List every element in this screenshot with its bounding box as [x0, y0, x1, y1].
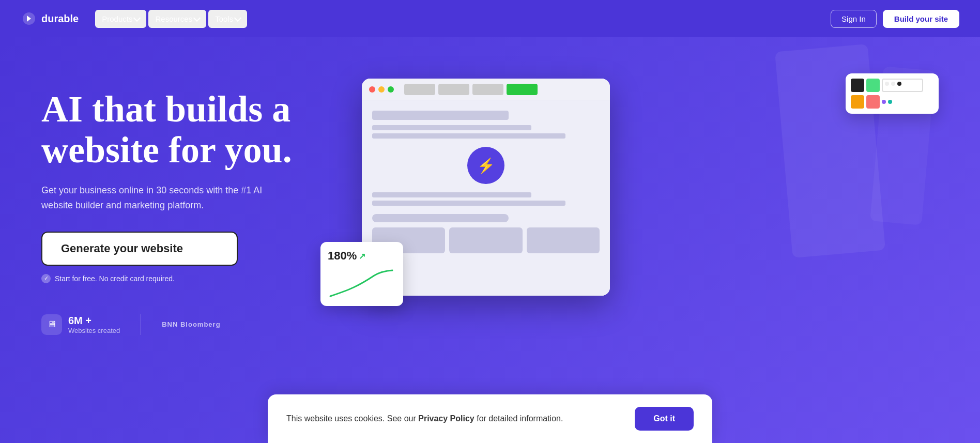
privacy-policy-link[interactable]: Privacy Policy	[418, 414, 474, 423]
durable-logo-icon	[21, 10, 37, 27]
stats-divider	[141, 314, 141, 335]
navbar-right: Sign In Build your site	[831, 10, 959, 28]
hero-right: ⚡	[331, 58, 939, 347]
pal-dot-1	[885, 82, 889, 86]
navbar: durable Products Resources Tools Sign In…	[0, 0, 980, 37]
nav-links: Products Resources Tools	[95, 10, 247, 28]
growth-stats-card: 180% ↗	[320, 242, 403, 306]
hero-left: AI that builds a website for you. Get yo…	[41, 68, 331, 335]
chevron-down-icon	[234, 14, 241, 21]
chevron-down-icon	[193, 14, 201, 21]
mockup-line-4	[372, 201, 565, 206]
browser-dot-red	[369, 86, 375, 93]
logo[interactable]: durable	[21, 10, 79, 27]
stats-row: 🖥 6M + Websites created BNN Bloomberg	[41, 314, 331, 335]
browser-tab-3	[472, 84, 503, 95]
lightning-icon: ⚡	[477, 157, 495, 174]
swatch-yellow	[851, 95, 864, 109]
growth-chart-svg	[328, 268, 395, 299]
swatch-red	[866, 95, 880, 109]
chevron-down-icon	[133, 14, 141, 21]
browser-dot-green	[388, 86, 394, 93]
mockup-text-lines	[372, 125, 600, 139]
stat-label: Websites created	[68, 327, 120, 334]
mockup-line-3	[372, 192, 531, 197]
monitor-icon: 🖥	[41, 314, 62, 335]
mockup-card-2	[449, 227, 522, 253]
pal-dot-teal	[888, 100, 892, 104]
mockup-text-lines-2	[372, 192, 600, 206]
browser-tabs	[404, 84, 538, 95]
mockup-line-1	[372, 125, 531, 130]
swatch-green	[866, 79, 880, 92]
mockup-card-3	[527, 227, 600, 253]
nav-resources[interactable]: Resources	[148, 10, 206, 28]
mockup-center-icon: ⚡	[372, 147, 600, 184]
pal-dot-3	[897, 82, 901, 86]
hero-title: AI that builds a website for you.	[41, 89, 331, 171]
color-palette-card	[846, 73, 939, 114]
hero-section: AI that builds a website for you. Get yo…	[0, 37, 980, 443]
arrow-up-icon: ↗	[359, 251, 365, 261]
check-icon: ✓	[41, 274, 51, 283]
logo-text: durable	[41, 13, 79, 25]
mockup-pill	[372, 214, 509, 222]
growth-number: 180% ↗	[328, 249, 396, 263]
mockup-header-bar	[372, 111, 509, 120]
generate-website-button[interactable]: Generate your website	[41, 232, 238, 266]
browser-tab-1	[404, 84, 435, 95]
browser-tab-active	[507, 84, 538, 95]
pal-dot-2	[891, 82, 895, 86]
stat-number: 6M +	[68, 315, 120, 327]
got-it-button[interactable]: Got it	[635, 407, 694, 431]
cookie-text: This website uses cookies. See our Priva…	[286, 414, 563, 423]
pal-dot-purple	[882, 100, 886, 104]
stat-text: 6M + Websites created	[68, 315, 120, 334]
hero-subtitle: Get your business online in 30 seconds w…	[41, 183, 269, 213]
mockup-line-2	[372, 133, 565, 139]
cookie-banner: This website uses cookies. See our Priva…	[268, 394, 712, 443]
navbar-left: durable Products Resources Tools	[21, 10, 247, 28]
signin-button[interactable]: Sign In	[831, 10, 877, 28]
nav-tools[interactable]: Tools	[208, 10, 247, 28]
lightning-circle: ⚡	[467, 147, 504, 184]
swatch-dark	[851, 79, 864, 92]
build-site-button[interactable]: Build your site	[883, 10, 959, 28]
growth-chart	[328, 268, 396, 299]
nav-products[interactable]: Products	[95, 10, 146, 28]
browser-bar	[362, 79, 610, 100]
free-notice: ✓ Start for free. No credit card require…	[41, 274, 331, 283]
browser-dot-yellow	[378, 86, 385, 93]
palette-row-1	[851, 79, 933, 92]
browser-tab-2	[438, 84, 469, 95]
swatch-outline	[882, 79, 923, 92]
stat-item-media: BNN Bloomberg	[162, 320, 220, 328]
bnn-bloomberg-logo: BNN Bloomberg	[162, 320, 220, 328]
mockup-grid	[372, 227, 600, 253]
stat-item-websites: 🖥 6M + Websites created	[41, 314, 120, 335]
palette-row-2	[851, 95, 933, 109]
